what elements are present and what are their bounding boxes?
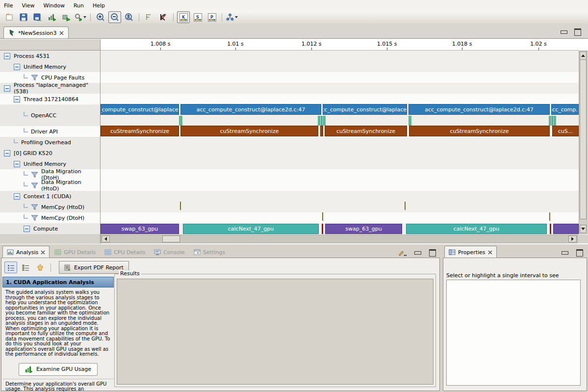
timeline-interval[interactable]: calcNext_47_gpu: [406, 224, 547, 234]
zoom-in-button[interactable]: [94, 11, 107, 23]
back-up-button[interactable]: [34, 261, 47, 273]
menu-window[interactable]: Window: [44, 2, 65, 9]
timeline-interval[interactable]: cuStreamSynchronize: [101, 126, 179, 136]
timeline-interval[interactable]: cuStreamSynchronize: [409, 126, 550, 136]
vertical-scrollbar[interactable]: [579, 51, 588, 234]
session-tab[interactable]: *NewSession3: [3, 26, 69, 39]
tree-row[interactable]: MemCpy (DtoH): [0, 212, 100, 223]
tab-analysis[interactable]: Analysis: [2, 246, 50, 258]
process-view-button[interactable]: P: [205, 11, 218, 23]
timeline-interval[interactable]: cuStreamSynchronize: [180, 126, 318, 136]
zoom-fit-button[interactable]: [123, 11, 135, 23]
tree-row[interactable]: Process 4531: [0, 51, 100, 61]
tree-row[interactable]: Unified Memory: [0, 61, 100, 72]
timeline-interval[interactable]: [405, 202, 406, 210]
menu-run[interactable]: Run: [74, 2, 84, 9]
timeline-interval[interactable]: acc_compute_construct@laplace2d.c:47: [180, 104, 321, 115]
timeline-interval[interactable]: [321, 116, 322, 126]
stream-view-button[interactable]: S: [191, 11, 204, 23]
collapse-minus-icon[interactable]: [14, 193, 20, 200]
scroll-down-button[interactable]: [580, 225, 587, 233]
vertical-scroll-thumb[interactable]: [580, 59, 587, 219]
close-icon[interactable]: [488, 250, 492, 255]
close-icon[interactable]: [59, 31, 64, 35]
tree-row[interactable]: Data Migration (HtoD): [0, 180, 100, 191]
collapse-minus-icon[interactable]: [4, 53, 10, 59]
timeline-interval[interactable]: calcNext_47_gpu: [183, 224, 319, 234]
menu-help[interactable]: Help: [93, 2, 105, 9]
mark-range-button[interactable]: [143, 11, 155, 23]
tree-row[interactable]: Context 1 (CUDA): [0, 191, 100, 202]
save-all-button[interactable]: [31, 11, 44, 23]
timeline-interval[interactable]: [180, 202, 181, 210]
timeline-interval[interactable]: [550, 224, 551, 234]
timeline-interval[interactable]: [549, 212, 550, 221]
timeline-interval[interactable]: [549, 116, 551, 126]
timeline-ruler[interactable]: 1.008 s1.01 s1.012 s1.015 s1.018 s1.02 s: [101, 39, 579, 51]
timeline-grid[interactable]: c_compute_construct@laplace...acc_comput…: [101, 51, 579, 234]
scroll-right-button[interactable]: [568, 235, 577, 242]
timeline-interval[interactable]: cuStreamSynchronize: [325, 126, 407, 136]
tab-gpu-details[interactable]: GPU Details: [51, 246, 100, 258]
timeline-interval[interactable]: swap_63_gpu: [101, 224, 179, 234]
guided-analysis-button[interactable]: [4, 261, 17, 273]
timeline-interval[interactable]: cuS...: [552, 126, 579, 136]
view-menu-icon[interactable]: [398, 250, 407, 256]
goto-marker-button[interactable]: [157, 11, 170, 23]
collapse-minus-icon[interactable]: [4, 150, 10, 157]
collapse-minus-icon[interactable]: [4, 85, 10, 92]
examine-gpu-usage-button[interactable]: Examine GPU Usage: [19, 363, 98, 376]
generate-timeline-button[interactable]: [46, 11, 58, 23]
tree-row[interactable]: Compute: [0, 223, 100, 234]
timeline-interval[interactable]: [552, 116, 553, 126]
timeline-interval[interactable]: [322, 224, 323, 234]
run-analysis-button[interactable]: [60, 11, 73, 23]
collapse-minus-icon[interactable]: [14, 96, 20, 103]
zoom-mode-button[interactable]: [74, 11, 87, 23]
tree-row[interactable]: Thread 3172140864: [0, 94, 100, 105]
kernel-view-button[interactable]: K: [177, 11, 190, 23]
timeline-interval[interactable]: [320, 126, 323, 136]
tree-row[interactable]: [0] GRID K520: [0, 148, 100, 158]
collapse-minus-icon[interactable]: [14, 161, 20, 167]
tree-row[interactable]: Unified Memory: [0, 158, 100, 169]
timeline-interval[interactable]: [553, 116, 556, 126]
timeline-interval[interactable]: [553, 224, 579, 234]
timeline-interval[interactable]: [323, 116, 326, 126]
scroll-up-button[interactable]: [580, 52, 587, 60]
maximize-icon[interactable]: [574, 28, 581, 36]
timeline-interval[interactable]: acc_compute_construct@laplace...: [323, 104, 407, 115]
timeline-interval[interactable]: [318, 116, 321, 126]
timeline-interval[interactable]: c_compute_construct@laplace...: [101, 104, 179, 115]
zoom-out-button[interactable]: [108, 11, 121, 23]
tree-row[interactable]: Profiling Overhead: [0, 137, 100, 148]
minimize-icon[interactable]: [561, 30, 567, 34]
maximize-icon[interactable]: [576, 249, 583, 257]
minimize-icon[interactable]: [562, 251, 568, 255]
collapse-minus-icon[interactable]: [24, 226, 30, 232]
tree-row[interactable]: Data Migration (DtoH): [0, 169, 100, 180]
save-button[interactable]: [17, 11, 30, 23]
menu-view[interactable]: View: [22, 2, 34, 9]
tab-properties[interactable]: Properties: [444, 246, 497, 258]
timeline-interval[interactable]: acc_compute_construct@laplace2d.c:47: [409, 104, 550, 115]
scroll-left-button[interactable]: [102, 235, 110, 242]
timeline-interval[interactable]: [409, 116, 411, 126]
minimize-icon[interactable]: [414, 251, 421, 255]
tree-row[interactable]: CPU Page Faults: [0, 72, 100, 83]
collapse-minus-icon[interactable]: [14, 64, 20, 70]
maximize-icon[interactable]: [429, 249, 436, 257]
tab-cpu-details[interactable]: CPU Details: [101, 246, 149, 258]
tree-row[interactable]: Process "laplace_managed" (538): [0, 83, 100, 94]
tab-console[interactable]: Console: [150, 246, 189, 258]
tree-row[interactable]: MemCpy (HtoD): [0, 202, 100, 212]
timeline-interval[interactable]: [179, 116, 182, 126]
timeline-interval[interactable]: [322, 212, 323, 221]
call-tree-button[interactable]: [226, 11, 238, 23]
tab-settings[interactable]: Settings: [190, 246, 229, 258]
timeline-interval[interactable]: acc_comp...: [551, 104, 579, 115]
horizontal-scroll-thumb[interactable]: [162, 235, 180, 242]
horizontal-scrollbar[interactable]: [101, 235, 578, 243]
timeline-interval[interactable]: swap_63_gpu: [325, 224, 402, 234]
close-icon[interactable]: [41, 250, 45, 255]
